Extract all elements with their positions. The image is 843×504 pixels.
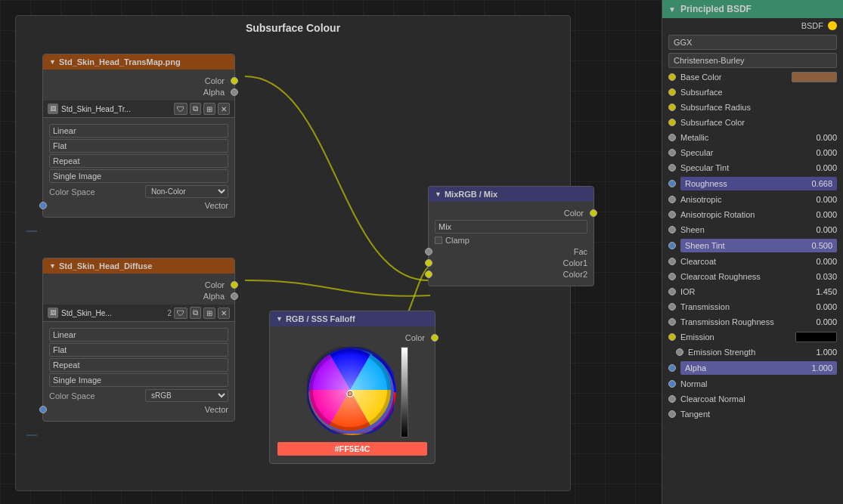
prop-socket-sheen[interactable]: [668, 226, 676, 233]
bsdf-output-dot[interactable]: [828, 21, 837, 30]
mixrgb-color1-socket[interactable]: [425, 259, 432, 267]
transmap-vector-socket[interactable]: [39, 202, 47, 209]
prop-socket-tangent[interactable]: [668, 410, 676, 418]
prop-socket-subsurface-radius[interactable]: [668, 104, 676, 111]
prop-socket-sheen-tint[interactable]: [668, 242, 676, 249]
image-icon-transmap: 🖼: [48, 104, 58, 114]
diffuse-copy-btn[interactable]: ⧉: [190, 307, 201, 319]
transmap-alpha-socket[interactable]: [231, 88, 238, 96]
prop-label-subsurface-radius: Subsurface Radius: [677, 103, 837, 112]
panel-collapse-arrow[interactable]: ▼: [668, 5, 676, 14]
mixrgb-clamp-checkbox[interactable]: [435, 237, 442, 244]
color-wheel-container[interactable]: [307, 347, 398, 438]
mixrgb-color2-socket[interactable]: [425, 271, 432, 278]
mixrgb-blendtype[interactable]: Mix: [435, 220, 587, 233]
prop-label-ior: IOR: [677, 287, 807, 296]
prop-socket-specular-tint[interactable]: [668, 164, 676, 172]
collapse-arrow-rgb[interactable]: ▼: [276, 315, 283, 323]
prop-socket-emission-strength[interactable]: [676, 348, 683, 356]
distribution-dropdown[interactable]: GGX: [668, 35, 837, 50]
mixrgb-color-out-socket[interactable]: [590, 209, 597, 217]
transmap-projection[interactable]: Repeat: [49, 154, 228, 168]
transmap-settings: Linear Flat Repeat Single Image Color Sp…: [43, 118, 234, 217]
prop-socket-specular[interactable]: [668, 149, 676, 156]
diffuse-close-btn[interactable]: ✕: [218, 308, 230, 319]
emission-color-swatch[interactable]: [795, 332, 837, 342]
color-wheel-actual[interactable]: [307, 347, 394, 434]
diffuse-projection[interactable]: Repeat: [49, 358, 228, 372]
prop-socket-clearcoat[interactable]: [668, 258, 676, 265]
diffuse-filename: Std_Skin_He...: [61, 309, 112, 317]
transmap-interp-row: Linear: [49, 124, 228, 138]
prop-socket-roughness[interactable]: [668, 180, 676, 187]
prop-socket-transmission[interactable]: [668, 303, 676, 311]
transmap-shield-btn[interactable]: 🛡: [174, 103, 188, 115]
node-transmap-header[interactable]: ▼ Std_Skin_Head_TransMap.png: [43, 54, 234, 70]
diffuse-colorspace-label: Color Space: [49, 391, 95, 400]
node-mixrgb: ▼ MixRGB / Mix Color Mix Clamp Fac: [428, 186, 594, 286]
collapse-arrow-mixrgb[interactable]: ▼: [435, 190, 442, 198]
transmap-close-btn[interactable]: ✕: [218, 103, 230, 115]
transmap-source-row: Single Image: [49, 169, 228, 183]
prop-sheen-tint[interactable]: Sheen Tint 0.500: [662, 237, 843, 254]
prop-alpha-bar[interactable]: Alpha 1.000: [680, 361, 837, 375]
color-hex-display[interactable]: #FF5E4C: [277, 442, 427, 456]
prop-roughness[interactable]: Roughness 0.668: [662, 175, 843, 192]
prop-socket-transmission-roughness[interactable]: [668, 318, 676, 326]
brightness-slider[interactable]: [401, 347, 408, 438]
diffuse-shield-btn[interactable]: 🛡: [174, 308, 188, 319]
node-rgb-header[interactable]: ▼ RGB / SSS Falloff: [270, 311, 435, 326]
diffuse-source[interactable]: Single Image: [49, 373, 228, 387]
diffuse-alpha-label: Alpha: [203, 292, 225, 301]
transmap-grid-btn[interactable]: ⊞: [203, 103, 215, 115]
rgb-color-out-socket[interactable]: [431, 334, 439, 342]
prop-sheen-tint-bar[interactable]: Sheen Tint 0.500: [680, 239, 837, 252]
diffuse-interpolation[interactable]: Linear: [49, 328, 228, 342]
prop-socket-anisotropic-rotation[interactable]: [668, 211, 676, 218]
prop-value-emission-strength: 1.000: [807, 348, 837, 357]
prop-socket-clearcoat-roughness[interactable]: [668, 273, 676, 280]
transmap-source[interactable]: Single Image: [49, 169, 228, 183]
prop-value-clearcoat-roughness: 0.030: [807, 272, 837, 281]
prop-emission: Emission: [662, 329, 843, 345]
node-diffuse-header[interactable]: ▼ Std_Skin_Head_Diffuse: [43, 258, 234, 274]
transmap-copy-btn[interactable]: ⧉: [190, 103, 201, 115]
diffuse-alpha-socket[interactable]: [231, 292, 238, 300]
prop-socket-ior[interactable]: [668, 288, 676, 295]
diffuse-grid-btn[interactable]: ⊞: [203, 308, 215, 319]
diffuse-vector-socket[interactable]: [39, 406, 47, 413]
diffuse-colorspace-select[interactable]: sRGB: [145, 389, 228, 402]
prop-socket-alpha[interactable]: [668, 364, 676, 372]
prop-socket-metallic[interactable]: [668, 134, 676, 141]
diffuse-subheader: 🖼 Std_Skin_He... 2 🛡 ⧉ ⊞ ✕: [43, 305, 234, 322]
collapse-arrow-diffuse[interactable]: ▼: [49, 262, 56, 270]
prop-socket-emission[interactable]: [668, 333, 676, 341]
prop-base-color: Base Color: [662, 70, 843, 85]
diffuse-color-label: Color: [205, 280, 225, 289]
prop-socket-clearcoat-normal[interactable]: [668, 395, 676, 403]
prop-roughness-bar[interactable]: Roughness 0.668: [680, 177, 837, 190]
subsurface-method-dropdown[interactable]: Christensen-Burley: [668, 53, 837, 68]
prop-label-sheen: Sheen: [677, 225, 807, 234]
mixrgb-blendtype-row: Mix: [435, 220, 587, 233]
prop-label-subsurface-color: Subsurface Color: [677, 118, 837, 127]
prop-label-anisotropic: Anisotropic: [677, 195, 807, 204]
diffuse-extension[interactable]: Flat: [49, 343, 228, 357]
base-color-swatch[interactable]: [792, 72, 837, 82]
prop-socket-subsurface-color[interactable]: [668, 119, 676, 126]
mixrgb-fac-socket[interactable]: [425, 248, 432, 255]
transmap-interpolation[interactable]: Linear: [49, 124, 228, 138]
node-mixrgb-header[interactable]: ▼ MixRGB / Mix: [429, 187, 594, 202]
diffuse-color-socket[interactable]: [231, 281, 238, 289]
prop-socket-subsurface[interactable]: [668, 88, 676, 96]
prop-alpha[interactable]: Alpha 1.000: [662, 360, 843, 376]
prop-socket-base-color[interactable]: [668, 73, 676, 81]
mixrgb-color1-label: Color1: [563, 258, 587, 267]
transmap-colorspace-select[interactable]: Non-Color: [145, 185, 228, 198]
prop-socket-anisotropic[interactable]: [668, 196, 676, 203]
transmap-extension[interactable]: Flat: [49, 139, 228, 153]
prop-value-clearcoat: 0.000: [807, 257, 837, 266]
transmap-color-socket[interactable]: [231, 77, 238, 85]
collapse-arrow-transmap[interactable]: ▼: [49, 58, 56, 66]
prop-socket-normal[interactable]: [668, 380, 676, 388]
